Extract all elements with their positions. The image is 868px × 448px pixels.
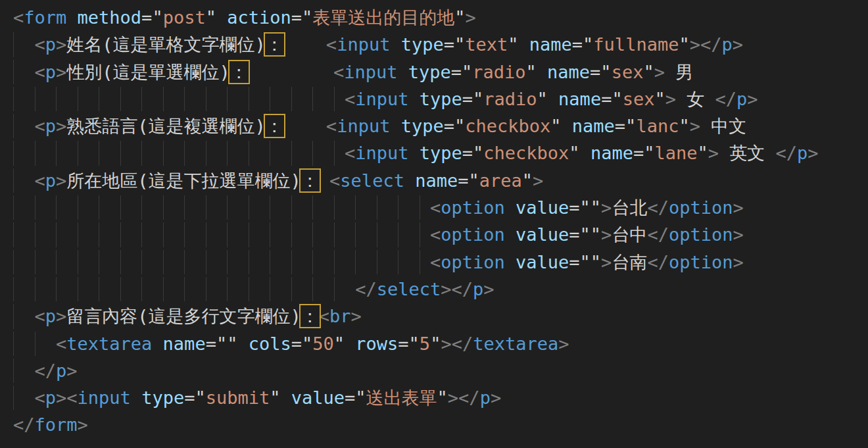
token-quote: =: [451, 62, 462, 82]
token-punctuation: >: [601, 252, 612, 272]
code-line[interactable]: <p>姓名(這是單格文字欄位)： <input type="text" name…: [0, 31, 868, 58]
token-quote: ": [537, 89, 548, 109]
indent-guide: [334, 195, 335, 220]
token-quote: ": [569, 143, 579, 163]
indent-guide: [312, 222, 313, 247]
indent-whitespace: [13, 361, 35, 381]
unicode-highlight-colon: ：: [266, 34, 283, 55]
token-quote: ": [302, 7, 312, 28]
indent-guide: [334, 277, 335, 301]
token-text: 台南: [612, 252, 647, 272]
indent-guide: [141, 195, 142, 220]
token-quote: ": [473, 143, 483, 163]
token-quote: ": [334, 334, 345, 354]
indent-guide: [420, 195, 420, 220]
token-text: [404, 170, 415, 191]
indent-guide: [206, 277, 206, 301]
token-quote: ": [654, 89, 665, 109]
token-string-value: radio: [472, 62, 525, 82]
indent-whitespace: [13, 62, 35, 82]
indent-guide: [291, 250, 292, 274]
code-line[interactable]: <option value="">台中</option>: [0, 221, 868, 248]
indent-guide: [312, 195, 313, 220]
token-punctuation: </: [35, 361, 57, 381]
code-line[interactable]: <p>留言內容(這是多行文字欄位)：<br>: [0, 303, 868, 330]
token-punctuation: <: [35, 170, 45, 191]
indent-guide: [13, 32, 14, 57]
indent-guide: [184, 250, 185, 274]
indent-guide: [120, 277, 121, 301]
code-line[interactable]: <p>熟悉語言(這是複選欄位)： <input type="checkbox" …: [0, 112, 868, 139]
token-punctuation: <: [326, 116, 337, 136]
indent-guide: [291, 195, 292, 220]
token-string-value: submit: [206, 387, 270, 408]
token-punctuation: </: [647, 224, 669, 245]
token-quote: ": [468, 170, 479, 191]
token-attribute-name: type: [420, 89, 462, 109]
token-tag-name: select: [340, 170, 404, 191]
indent-guide: [78, 195, 78, 220]
indent-guide: [355, 250, 356, 274]
code-editor[interactable]: <form method="post" action="表單送出的目的地"> <…: [0, 0, 868, 439]
token-punctuation: </: [458, 387, 480, 408]
code-line[interactable]: <input type="checkbox" name="lane"> 英文 <…: [0, 139, 868, 166]
token-punctuation: >: [441, 334, 451, 354]
token-text: 所在地區(這是下拉選單欄位): [66, 170, 301, 191]
code-line[interactable]: <textarea name="" cols="50" rows="5"></t…: [0, 330, 868, 357]
token-quote: =: [206, 334, 216, 354]
token-punctuation: >: [733, 197, 743, 218]
token-text: [66, 7, 77, 28]
token-text: [345, 334, 355, 354]
indent-guide: [56, 87, 57, 111]
code-line[interactable]: <input type="radio" name="sex"> 女 </p>: [0, 86, 868, 112]
indent-whitespace: [13, 197, 430, 218]
indent-guide: [184, 141, 185, 165]
unicode-highlight-colon: ：: [266, 116, 283, 136]
token-punctuation: <: [35, 387, 45, 408]
token-text: [237, 334, 248, 354]
code-line[interactable]: </select></p>: [0, 276, 868, 303]
code-line[interactable]: <form method="post" action="表單送出的目的地">: [0, 4, 868, 31]
indent-guide: [120, 87, 121, 111]
indent-guide: [56, 195, 57, 220]
token-quote: =: [345, 387, 355, 408]
indent-guide: [184, 87, 185, 111]
token-quote: ": [550, 116, 561, 136]
token-punctuation: >: [733, 34, 743, 55]
indent-guide: [206, 87, 206, 111]
code-line[interactable]: <p>所在地區(這是下拉選單欄位)： <select name="area">: [0, 167, 868, 194]
indent-guide: [184, 277, 185, 301]
indent-guide: [227, 141, 228, 165]
indent-guide: [141, 250, 142, 274]
code-line[interactable]: <p>性別(這是單選欄位)： <input type="radio" name=…: [0, 59, 868, 86]
token-punctuation: </: [700, 34, 722, 55]
indent-guide: [163, 141, 164, 165]
token-text: 中文: [700, 116, 746, 136]
code-line[interactable]: <option value="">台南</option>: [0, 249, 868, 276]
token-attribute-name: type: [401, 116, 444, 136]
indent-guide: [35, 87, 36, 111]
code-line[interactable]: <option value="">台北</option>: [0, 194, 868, 221]
code-line[interactable]: <p><input type="submit" value="送出表單"></p…: [0, 384, 868, 411]
token-text: 台北: [612, 197, 647, 218]
indent-guide: [377, 250, 377, 274]
code-line[interactable]: </p>: [0, 357, 868, 384]
code-line[interactable]: </form>: [0, 411, 868, 438]
token-text: [131, 387, 141, 408]
token-punctuation: <: [66, 387, 77, 408]
token-tag-name: textarea: [473, 334, 558, 354]
token-attribute-name: name: [547, 62, 590, 82]
indent-guide: [270, 277, 270, 301]
indent-guide: [13, 195, 14, 220]
indent-guide: [270, 195, 270, 220]
indent-guide: [227, 87, 228, 111]
token-attribute-name: cols: [249, 334, 291, 354]
indent-guide: [312, 87, 313, 111]
token-quote: =: [291, 7, 302, 28]
token-punctuation: </: [647, 197, 669, 218]
token-text: 男: [665, 62, 693, 82]
token-text: [562, 116, 572, 136]
token-string-value: checkbox: [483, 143, 569, 163]
token-attribute-name: type: [420, 143, 462, 163]
token-punctuation: </: [13, 414, 35, 435]
